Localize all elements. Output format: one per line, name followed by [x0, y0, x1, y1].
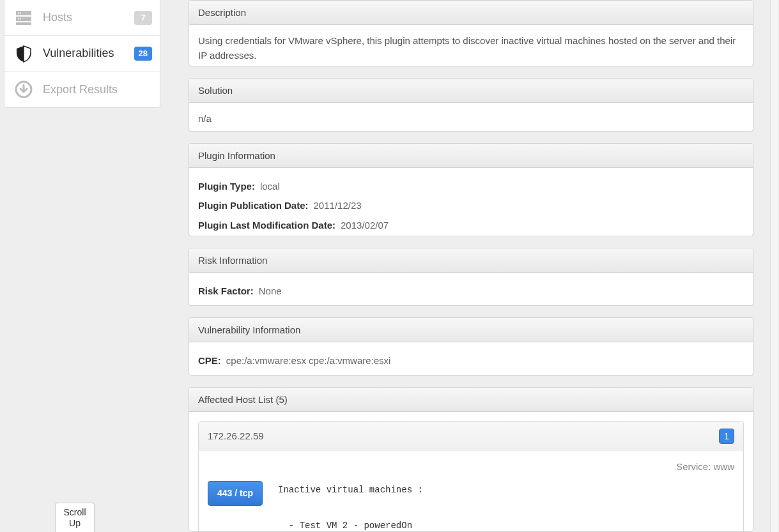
- kv-key: Plugin Publication Date:: [198, 199, 309, 213]
- panel-header: Description: [189, 1, 753, 25]
- svg-rect-2: [16, 22, 31, 25]
- panel-affected-host-list: Affected Host List (5) 172.26.22.59 1 Se…: [189, 387, 753, 532]
- panel-vulnerability-information: Vulnerability Information CPE: cpe:/a:vm…: [189, 317, 753, 376]
- kv-key: Plugin Type:: [198, 179, 255, 194]
- affected-host-header[interactable]: 172.26.22.59 1: [199, 422, 743, 451]
- kv-key: Risk Factor:: [198, 284, 254, 299]
- svg-point-5: [18, 18, 19, 19]
- panel-header: Solution: [189, 79, 753, 103]
- panel-plugin-information: Plugin Information Plugin Type: local Pl…: [189, 143, 753, 237]
- sidebar-item-label: Export Results: [43, 83, 152, 96]
- panel-body: Using credentials for VMware vSphere, th…: [189, 25, 753, 66]
- shield-icon: [15, 45, 33, 63]
- kv-row: CPE: cpe:/a:vmware:esx cpe:/a:vmware:esx…: [198, 351, 744, 371]
- scroll-up-button[interactable]: Scroll Up: [55, 503, 95, 532]
- svg-point-3: [18, 12, 19, 13]
- kv-key: Plugin Last Modification Date:: [198, 218, 336, 233]
- svg-point-4: [20, 12, 21, 13]
- hosts-count-badge: 7: [134, 11, 152, 25]
- sidebar-item-vulnerabilities[interactable]: Vulnerabilities 28: [4, 36, 160, 72]
- plugin-output: Inactive virtual machines : - Test VM 2 …: [278, 481, 423, 532]
- kv-key: CPE:: [198, 354, 221, 369]
- server-stack-icon: [15, 9, 33, 27]
- svg-point-6: [20, 18, 21, 19]
- kv-row: Risk Factor: None: [198, 282, 744, 301]
- kv-value: cpe:/a:vmware:esx cpe:/a:vmware:esxi: [226, 354, 391, 369]
- panel-description: Description Using credentials for VMware…: [189, 0, 753, 66]
- kv-row: Plugin Type: local: [198, 177, 744, 197]
- kv-value: local: [260, 179, 280, 194]
- sidebar-nav: Hosts 7 Vulnerabilities 28 Export Result…: [4, 0, 160, 108]
- sidebar-item-label: Hosts: [43, 11, 124, 24]
- kv-value: 2011/12/23: [314, 199, 362, 213]
- panel-header: Plugin Information: [189, 144, 753, 168]
- panel-header: Vulnerability Information: [189, 318, 753, 342]
- vertical-scrollbar[interactable]: [770, 0, 778, 532]
- vulnerabilities-count-badge: 28: [134, 47, 152, 61]
- scroll-up-label: Scroll Up: [63, 507, 86, 529]
- sidebar-item-hosts[interactable]: Hosts 7: [4, 0, 160, 36]
- affected-host: 172.26.22.59 1 Service: www 443 / tcp In…: [198, 421, 744, 532]
- panel-header: Affected Host List (5): [189, 388, 753, 412]
- panel-solution: Solution n/a: [189, 78, 753, 131]
- sidebar-item-export-results[interactable]: Export Results: [4, 72, 160, 107]
- port-badge[interactable]: 443 / tcp: [208, 481, 263, 506]
- host-finding-count-badge: 1: [719, 429, 734, 444]
- kv-row: Plugin Last Modification Date: 2013/02/0…: [198, 216, 744, 236]
- kv-value: None: [259, 284, 282, 299]
- kv-row: Plugin Publication Date: 2011/12/23: [198, 196, 744, 216]
- sidebar-item-label: Vulnerabilities: [43, 47, 124, 60]
- panel-header: Risk Information: [189, 248, 753, 273]
- panel-body: n/a: [189, 103, 753, 131]
- host-ip: 172.26.22.59: [208, 429, 264, 444]
- download-circle-icon: [15, 80, 33, 98]
- kv-value: 2013/02/07: [341, 218, 389, 233]
- main-content: Description Using credentials for VMware…: [163, 0, 779, 532]
- panel-risk-information: Risk Information Risk Factor: None: [189, 248, 753, 306]
- service-label: Service: www: [208, 460, 734, 475]
